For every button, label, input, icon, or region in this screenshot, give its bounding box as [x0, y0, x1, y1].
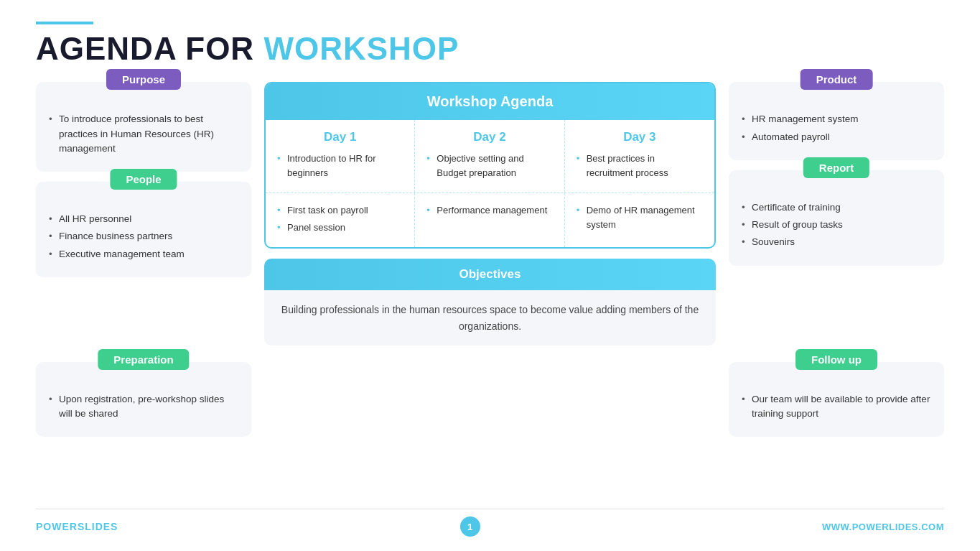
list-item: Best practices in recruitment process: [577, 152, 703, 180]
day3-list-row2: Demo of HR management system: [577, 203, 703, 231]
purpose-section: Purpose To introduce professionals to be…: [36, 82, 251, 348]
list-item: All HR personnel: [49, 212, 238, 226]
day1-col-row2: First task on payroll Panel session: [266, 193, 415, 247]
list-item: Finance business partners: [49, 229, 238, 244]
people-badge: People: [110, 169, 177, 190]
followup-badge: Follow up: [795, 349, 877, 370]
day2-title: Day 2: [426, 130, 552, 144]
list-item: Demo of HR management system: [577, 203, 703, 231]
list-item: Objective setting and Budget preparation: [426, 152, 552, 180]
report-badge: Report: [803, 157, 869, 178]
day2-list-row2: Performance management: [426, 203, 552, 218]
report-card: Report Certificate of training Result of…: [729, 170, 944, 266]
center-area: Workshop Agenda Day 1 Introduction to HR…: [264, 82, 716, 509]
agenda-header: Workshop Agenda: [266, 83, 714, 120]
people-card: People All HR personnel Finance business…: [36, 182, 251, 277]
objectives-box: Objectives Building professionals in the…: [264, 259, 716, 346]
followup-card: Follow up Our team will be available to …: [729, 362, 944, 437]
purpose-card: Purpose To introduce professionals to be…: [36, 82, 251, 172]
list-item: Panel session: [277, 221, 403, 235]
preparation-content: Upon registration, pre-workshop slides w…: [49, 392, 238, 422]
slide-title: AGENDA FOR WORKSHOP: [36, 32, 944, 66]
title-part1: AGENDA FOR: [36, 31, 263, 66]
header-accent: [36, 22, 93, 24]
footer-page-number: 1: [460, 517, 480, 537]
footer-brand: POWERSLIDES: [36, 521, 118, 532]
day3-list-row1: Best practices in recruitment process: [577, 152, 703, 180]
agenda-days-row2: First task on payroll Panel session Perf…: [266, 193, 714, 247]
title-part2: WORKSHOP: [263, 31, 459, 66]
followup-list: Our team will be available to provide af…: [742, 392, 931, 422]
list-item: Executive management team: [49, 247, 238, 261]
list-item: Certificate of training: [742, 200, 931, 215]
list-item: To introduce professionals to best pract…: [49, 112, 238, 156]
content-grid: Purpose To introduce professionals to be…: [36, 82, 944, 509]
footer: POWERSLIDES 1 WWW.POWERLIDES.COM: [36, 509, 944, 537]
product-content: HR management system Automated payroll: [742, 112, 931, 144]
product-card: Product HR management system Automated p…: [729, 82, 944, 160]
preparation-section: Preparation Upon registration, pre-works…: [36, 362, 251, 509]
objectives-body: Building professionals in the human reso…: [264, 290, 716, 346]
day3-col: Day 3 Best practices in recruitment proc…: [565, 120, 714, 193]
day3-title: Day 3: [577, 130, 703, 144]
list-item: Result of group tasks: [742, 218, 931, 232]
people-card-wrapper: People All HR personnel Finance business…: [36, 182, 251, 277]
report-list: Certificate of training Result of group …: [742, 200, 931, 250]
brand-part2: SLIDES: [78, 521, 118, 532]
agenda-days-row1: Day 1 Introduction to HR for beginners D…: [266, 120, 714, 193]
list-item: Introduction to HR for beginners: [277, 152, 403, 180]
day3-col-row2: Demo of HR management system: [565, 193, 714, 247]
people-content: All HR personnel Finance business partne…: [49, 212, 238, 261]
footer-url: WWW.POWERLIDES.COM: [822, 522, 944, 532]
preparation-card: Preparation Upon registration, pre-works…: [36, 362, 251, 437]
preparation-badge: Preparation: [98, 349, 189, 370]
followup-section: Follow up Our team will be available to …: [729, 362, 944, 509]
day2-col: Day 2 Objective setting and Budget prepa…: [415, 120, 564, 193]
list-item: Upon registration, pre-workshop slides w…: [49, 392, 238, 422]
purpose-badge: Purpose: [106, 69, 181, 90]
day2-list-row1: Objective setting and Budget preparation: [426, 152, 552, 180]
day2-col-row2: Performance management: [415, 193, 564, 247]
list-item: Souvenirs: [742, 235, 931, 249]
purpose-content: To introduce professionals to best pract…: [49, 112, 238, 156]
people-list: All HR personnel Finance business partne…: [49, 212, 238, 261]
list-item: HR management system: [742, 112, 931, 126]
product-list: HR management system Automated payroll: [742, 112, 931, 144]
list-item: Our team will be available to provide af…: [742, 392, 931, 422]
product-badge: Product: [801, 69, 873, 90]
day1-title: Day 1: [277, 130, 403, 144]
right-top-section: Product HR management system Automated p…: [729, 82, 944, 348]
day1-list-row2: First task on payroll Panel session: [277, 203, 403, 234]
brand-part1: POWER: [36, 521, 78, 532]
list-item: Performance management: [426, 203, 552, 218]
report-content: Certificate of training Result of group …: [742, 200, 931, 250]
day1-col: Day 1 Introduction to HR for beginners: [266, 120, 415, 193]
list-item: First task on payroll: [277, 203, 403, 218]
list-item: Automated payroll: [742, 130, 931, 144]
day1-list-row1: Introduction to HR for beginners: [277, 152, 403, 180]
followup-content: Our team will be available to provide af…: [742, 392, 931, 422]
slide: AGENDA FOR WORKSHOP Purpose To introduce…: [0, 0, 980, 551]
objectives-header: Objectives: [264, 259, 716, 290]
preparation-list: Upon registration, pre-workshop slides w…: [49, 392, 238, 422]
agenda-table: Workshop Agenda Day 1 Introduction to HR…: [264, 82, 716, 249]
purpose-list: To introduce professionals to best pract…: [49, 112, 238, 156]
report-card-wrapper: Report Certificate of training Result of…: [729, 170, 944, 266]
